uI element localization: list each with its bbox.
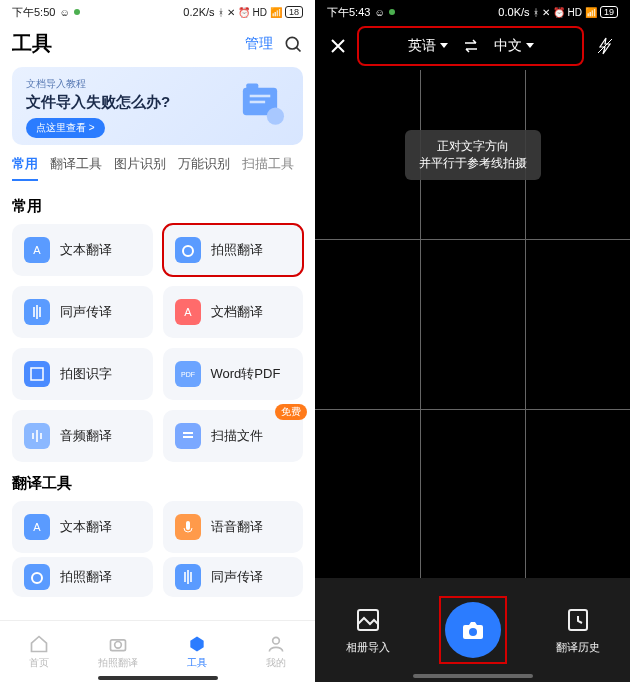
svg-point-0 [286, 37, 298, 49]
home-indicator [98, 676, 218, 680]
svg-text:A: A [33, 244, 41, 256]
tool-photo-translate-2[interactable]: 拍照翻译 [12, 557, 153, 597]
tool-text-translate-2[interactable]: A 文本翻译 [12, 501, 153, 553]
grid-line [315, 409, 630, 410]
free-badge: 免费 [275, 404, 307, 420]
translate-tools-grid: A 文本翻译 语音翻译 [0, 501, 315, 553]
vibrate-icon: ✕ [227, 7, 235, 18]
ocr-icon [24, 361, 50, 387]
common-tools-grid: A 文本翻译 拍照翻译 同声传译 A 文档翻译 拍图识字 PDF Word转PD… [0, 224, 315, 462]
language-selector[interactable]: 英语 中文 [359, 28, 582, 64]
svg-rect-5 [250, 101, 265, 104]
hd-icon: HD [568, 7, 582, 18]
history-icon [564, 606, 592, 634]
photo-translate-icon [24, 564, 50, 590]
svg-text:A: A [33, 521, 41, 533]
doc-translate-icon: A [175, 299, 201, 325]
alarm-icon: ⏰ [238, 7, 250, 18]
tool-voice-translate[interactable]: 语音翻译 [163, 501, 304, 553]
swap-icon[interactable] [462, 37, 480, 55]
lang-to[interactable]: 中文 [494, 37, 534, 55]
close-icon [330, 38, 346, 54]
tab-scan-tools[interactable]: 扫描工具 [242, 155, 294, 181]
nav-tools[interactable]: 工具 [158, 621, 237, 682]
right-phone-screenshot: 下午5:43 ☺ 0.0K/s ᚼ ✕ ⏰ HD 📶 19 英语 中文 [315, 0, 630, 682]
lang-from[interactable]: 英语 [408, 37, 448, 55]
scan-doc-icon [175, 423, 201, 449]
tool-photo-translate[interactable]: 拍照翻译 [163, 224, 304, 276]
chevron-down-icon [526, 43, 534, 49]
svg-line-1 [296, 47, 300, 51]
recording-dot [74, 9, 80, 15]
tab-universal-recognize[interactable]: 万能识别 [178, 155, 230, 181]
svg-rect-21 [183, 436, 193, 438]
tool-scan-doc[interactable]: 扫描文件 免费 [163, 410, 304, 462]
home-indicator [413, 674, 533, 678]
tab-image-recognize[interactable]: 图片识别 [114, 155, 166, 181]
camera-icon [108, 634, 128, 654]
shutter-highlight [441, 598, 505, 662]
flash-button[interactable] [590, 31, 620, 61]
tool-simul-interp-2[interactable]: 同声传译 [163, 557, 304, 597]
folder-illustration [225, 75, 295, 135]
svg-text:PDF: PDF [181, 371, 195, 378]
battery-icon: 19 [600, 6, 618, 18]
notif-icon: ☺ [374, 7, 384, 18]
tutorial-banner[interactable]: 文档导入教程 文件导入失败怎么办? 点这里查看 > [12, 67, 303, 145]
nav-home[interactable]: 首页 [0, 621, 79, 682]
recording-dot [389, 9, 395, 15]
tool-doc-translate[interactable]: A 文档翻译 [163, 286, 304, 338]
tool-audio-translate[interactable]: 音频翻译 [12, 410, 153, 462]
tool-text-translate[interactable]: A 文本翻译 [12, 224, 153, 276]
tool-word-to-pdf[interactable]: PDF Word转PDF [163, 348, 304, 400]
svg-text:A: A [184, 306, 192, 318]
simul-interp-icon [24, 299, 50, 325]
svg-point-31 [272, 637, 279, 644]
svg-rect-9 [175, 237, 201, 263]
notif-icon: ☺ [59, 7, 69, 18]
net-speed: 0.2K/s [183, 6, 214, 18]
header: 工具 管理 [0, 24, 315, 67]
svg-rect-26 [24, 564, 50, 590]
signal-icon: 📶 [585, 7, 597, 18]
simul-interp-icon [175, 564, 201, 590]
camera-icon [460, 617, 486, 643]
manage-button[interactable]: 管理 [245, 35, 273, 53]
clock: 下午5:43 [327, 5, 370, 20]
chevron-down-icon [440, 43, 448, 49]
translate-tools-grid-partial: 拍照翻译 同声传译 [0, 557, 315, 597]
translate-history-button[interactable]: 翻译历史 [525, 578, 630, 682]
tab-translate-tools[interactable]: 翻译工具 [50, 155, 102, 181]
bottom-nav: 首页 拍照翻译 工具 我的 [0, 620, 315, 682]
status-bar: 下午5:50 ☺ 0.2K/s ᚼ ✕ ⏰ HD 📶 18 [0, 0, 315, 24]
pdf-icon: PDF [175, 361, 201, 387]
banner-cta[interactable]: 点这里查看 > [26, 118, 105, 138]
nav-photo-translate[interactable]: 拍照翻译 [79, 621, 158, 682]
camera-viewfinder: 正对文字方向 并平行于参考线拍摄 [315, 70, 630, 578]
bluetooth-icon: ᚼ [533, 7, 539, 18]
tool-simultaneous-interp[interactable]: 同声传译 [12, 286, 153, 338]
search-icon[interactable] [283, 34, 303, 54]
tab-common[interactable]: 常用 [12, 155, 38, 181]
camera-top-bar: 英语 中文 [315, 24, 630, 74]
album-import-button[interactable]: 相册导入 [315, 578, 420, 682]
svg-rect-3 [246, 84, 258, 91]
section-common-title: 常用 [0, 185, 315, 224]
tool-ocr[interactable]: 拍图识字 [12, 348, 153, 400]
close-button[interactable] [325, 33, 351, 59]
nav-profile[interactable]: 我的 [236, 621, 315, 682]
text-translate-icon: A [24, 514, 50, 540]
category-tabs: 常用 翻译工具 图片识别 万能识别 扫描工具 [0, 155, 315, 185]
clock: 下午5:50 [12, 5, 55, 20]
photo-translate-icon [175, 237, 201, 263]
alarm-icon: ⏰ [553, 7, 565, 18]
flash-icon [596, 37, 614, 55]
svg-rect-4 [250, 95, 271, 98]
home-icon [29, 634, 49, 654]
shutter-button[interactable] [445, 602, 501, 658]
text-translate-icon: A [24, 237, 50, 263]
left-phone-screenshot: 下午5:50 ☺ 0.2K/s ᚼ ✕ ⏰ HD 📶 18 工具 管理 文档导入… [0, 0, 315, 682]
battery-icon: 18 [285, 6, 303, 18]
vibrate-icon: ✕ [542, 7, 550, 18]
gallery-icon [354, 606, 382, 634]
